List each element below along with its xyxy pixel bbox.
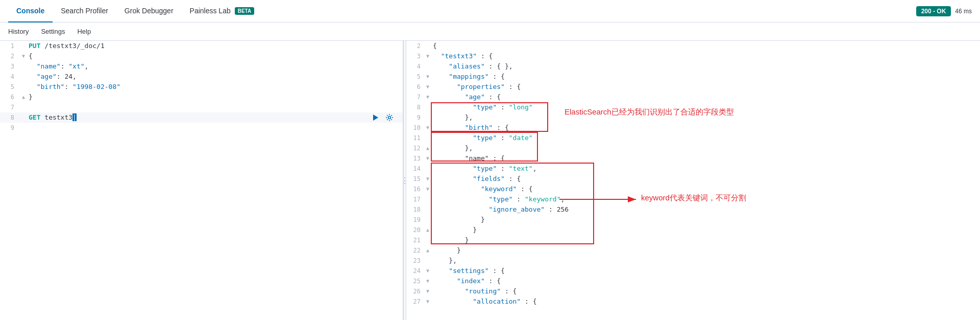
r-line-27: 27 ▼ "allocation" : { [406,296,980,307]
code-line-2: 2 ▼ { [0,51,403,61]
r-line-26: 26 ▼ "routing" : { [406,286,980,296]
r-line-15: 15 ▼ "fields" : { [406,174,980,184]
r-line-10: 10 ▼ "birth" : { [406,123,980,133]
code-line-1: 1 PUT /testxt3/_doc/1 [0,41,403,51]
tab-grok-debugger[interactable]: Grok Debugger [116,0,182,22]
line-content-4: "age": 24, [27,72,403,82]
r-line-12: 12 ▲ }, [406,143,980,153]
r-line-24: 24 ▼ "settings" : { [406,266,980,276]
r-line-7: 7 ▼ "age" : { [406,92,980,102]
line-num-2: 2 [0,51,20,61]
main-content: 1 PUT /testxt3/_doc/1 2 ▼ { 3 "name": "x… [0,41,980,320]
code-line-8: 8 GET testxt3| [0,112,403,123]
second-nav: History Settings Help [0,22,980,41]
r-line-23: 23 }, [406,256,980,266]
code-line-4: 4 "age": 24, [0,72,403,82]
right-output-panel[interactable]: 2 { 3 ▼ "testxt3" : { 4 "aliases" : { },… [406,41,980,320]
r-line-5: 5 ▼ "mappings" : { [406,72,980,82]
line-content-1: PUT /testxt3/_doc/1 [27,41,403,51]
r-line-11: 11 "type" : "date" [406,133,980,143]
svg-point-1 [388,117,391,119]
line-content-6: } [27,92,403,102]
r-line-20: 20 ▲ } [406,225,980,235]
line-content-8[interactable]: GET testxt3| [27,112,370,123]
annotation-label-1: ElasticSearch已经为我们识别出了合适的字段类型 [565,107,734,117]
line-num-4: 4 [0,72,20,82]
run-button[interactable] [370,112,380,123]
code-line-9: 9 [0,123,403,133]
right-code-content: 2 { 3 ▼ "testxt3" : { 4 "aliases" : { },… [406,41,980,307]
fold-6[interactable]: ▲ [20,92,27,102]
svg-marker-0 [373,115,378,121]
code-line-5: 5 "birth": "1998-02-08" [0,82,403,92]
line-content-3: "name": "xt", [27,61,403,72]
nav-help[interactable]: Help [77,28,91,35]
r-line-22: 22 ▲ } [406,245,980,256]
tab-console[interactable]: Console [8,0,53,22]
r-line-21: 21 } [406,235,980,245]
line-num-5: 5 [0,82,20,92]
r-line-2: 2 { [406,41,980,51]
fold-2[interactable]: ▼ [20,51,27,61]
nav-history[interactable]: History [8,28,29,35]
status-area: 200 - OK 46 ms [916,6,972,16]
r-line-3: 3 ▼ "testxt3" : { [406,51,980,61]
tab-search-profiler[interactable]: Search Profiler [53,0,116,22]
r-line-14: 14 "type" : "text", [406,164,980,174]
left-editor-panel[interactable]: 1 PUT /testxt3/_doc/1 2 ▼ { 3 "name": "x… [0,41,403,320]
line-num-8: 8 [0,112,20,123]
line-num-7: 7 [0,102,20,112]
r-line-18: 18 "ignore_above" : 256 [406,204,980,215]
annotation-label-2: keyword代表关键词，不可分割 [641,193,746,203]
wrench-button[interactable] [384,112,395,123]
status-badge: 200 - OK [916,6,951,16]
code-line-7: 7 [0,102,403,112]
code-editor[interactable]: 1 PUT /testxt3/_doc/1 2 ▼ { 3 "name": "x… [0,41,403,320]
nav-settings[interactable]: Settings [41,28,65,35]
code-line-3: 3 "name": "xt", [0,61,403,72]
line-num-3: 3 [0,61,20,72]
r-line-19: 19 } [406,215,980,225]
line-num-6: 6 [0,92,20,102]
beta-badge: BETA [235,7,254,15]
line-num-9: 9 [0,123,20,133]
tab-painless-lab[interactable]: Painless Lab BETA [182,0,263,22]
r-line-6: 6 ▼ "properties" : { [406,82,980,92]
r-line-16: 16 ▼ "keyword" : { [406,184,980,194]
code-line-6: 6 ▲ } [0,92,403,102]
r-line-25: 25 ▼ "index" : { [406,276,980,286]
line-num-1: 1 [0,41,20,51]
line-content-2: { [27,51,403,61]
top-nav: Console Search Profiler Grok Debugger Pa… [0,0,980,22]
response-time: 46 ms [955,8,972,15]
line-content-5: "birth": "1998-02-08" [27,82,403,92]
r-line-4: 4 "aliases" : { }, [406,61,980,72]
r-line-13: 13 ▼ "name" : { [406,153,980,164]
